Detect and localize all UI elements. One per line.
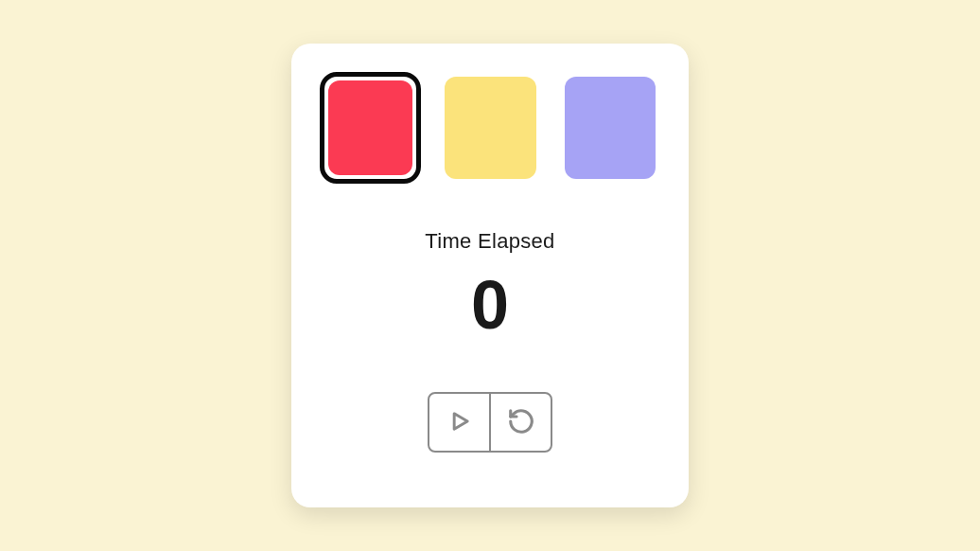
timer-controls: [428, 392, 552, 453]
reset-icon: [507, 407, 535, 438]
color-swatches: [320, 72, 660, 184]
timer-value: 0: [471, 271, 509, 339]
swatch-fill: [328, 80, 412, 175]
play-icon: [446, 408, 473, 437]
swatch-fill: [445, 77, 535, 179]
color-swatch-purple[interactable]: [560, 72, 660, 184]
timer-card: Time Elapsed 0: [291, 44, 689, 507]
color-swatch-yellow[interactable]: [440, 72, 540, 184]
timer-label: Time Elapsed: [425, 229, 554, 254]
color-swatch-red[interactable]: [320, 72, 421, 184]
reset-button[interactable]: [490, 392, 552, 453]
play-button[interactable]: [428, 392, 490, 453]
swatch-fill: [565, 77, 656, 179]
svg-marker-0: [454, 413, 467, 428]
